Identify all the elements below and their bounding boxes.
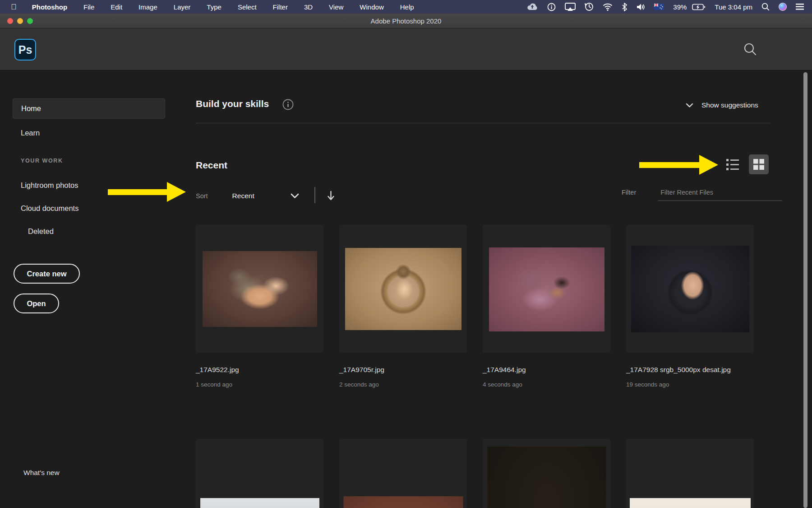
recent-file-cell: _17A9464.jpg 4 seconds ago <box>483 225 610 388</box>
menu-status-area: 39% Tue 3:04 pm <box>526 0 804 14</box>
menu-help[interactable]: Help <box>400 3 414 11</box>
menu-3d[interactable]: 3D <box>304 3 313 11</box>
arrow-head <box>167 182 186 202</box>
recent-file-cell: _17A9522.jpg 1 second ago <box>196 225 323 388</box>
info-circle-status-icon[interactable] <box>547 3 556 11</box>
airplay-display-icon[interactable] <box>565 3 576 11</box>
filter-controls: Filter <box>622 189 782 201</box>
volume-icon[interactable] <box>637 3 645 11</box>
sidebar-item-lightroom-photos[interactable]: Lightroom photos <box>21 181 78 190</box>
list-view-button[interactable] <box>726 158 739 171</box>
window-title: Adobe Photoshop 2020 <box>371 17 442 25</box>
file-timestamp: 1 second ago <box>196 381 323 388</box>
file-timestamp: 4 seconds ago <box>483 381 610 388</box>
file-thumbnail <box>203 251 317 327</box>
bluetooth-icon[interactable] <box>622 3 627 11</box>
show-suggestions-toggle[interactable]: Show suggestions <box>686 101 758 109</box>
file-name: _17A9705r.jpg <box>339 366 467 374</box>
create-new-button[interactable]: Create new <box>14 264 80 284</box>
file-name: _17A7928 srgb_5000px desat.jpg <box>626 366 754 374</box>
arrow-shaft <box>639 162 699 168</box>
view-toggle-group <box>726 154 769 174</box>
minimize-window-button[interactable] <box>17 18 23 24</box>
chevron-down-icon <box>686 103 693 108</box>
menu-photoshop[interactable]: Photoshop <box>32 3 67 11</box>
search-icon[interactable] <box>743 42 757 56</box>
siri-icon[interactable] <box>779 3 787 11</box>
file-thumbnail <box>345 248 461 330</box>
sort-direction-button[interactable] <box>327 191 335 201</box>
open-button[interactable]: Open <box>14 294 59 313</box>
close-window-button[interactable] <box>7 18 13 24</box>
show-suggestions-label: Show suggestions <box>701 101 758 109</box>
arrow-shaft <box>108 189 167 195</box>
sidebar-home-label: Home <box>21 104 41 113</box>
filter-input[interactable] <box>658 189 782 201</box>
time-machine-icon[interactable] <box>585 2 594 11</box>
input-language-flag-icon[interactable] <box>654 4 664 10</box>
file-thumbnail <box>631 246 749 332</box>
recent-file-card[interactable] <box>339 225 467 353</box>
sidebar-item-deleted[interactable]: Deleted <box>28 227 54 236</box>
whats-new-link[interactable]: What's new <box>23 469 60 477</box>
sidebar-item-cloud-documents[interactable]: Cloud documents <box>21 204 78 213</box>
menu-file[interactable]: File <box>83 3 94 11</box>
recent-file-card[interactable] <box>626 225 754 353</box>
menu-layer[interactable]: Layer <box>174 3 191 11</box>
file-name: _17A9464.jpg <box>483 366 610 374</box>
recent-file-card[interactable] <box>483 439 610 508</box>
spotlight-search-icon[interactable] <box>761 3 770 11</box>
recent-file-card[interactable] <box>483 225 610 353</box>
recent-files-grid-row-2 <box>196 439 754 508</box>
menu-edit[interactable]: Edit <box>111 3 122 11</box>
sidebar-item-learn[interactable]: Learn <box>21 129 40 137</box>
recent-file-card[interactable] <box>196 225 323 353</box>
file-thumbnail <box>200 498 319 508</box>
sort-value: Recent <box>232 192 254 200</box>
recent-file-card[interactable] <box>339 439 467 508</box>
menu-view[interactable]: View <box>329 3 343 11</box>
zoom-window-button[interactable] <box>27 18 33 24</box>
menu-clock-label[interactable]: Tue 3:04 pm <box>715 3 752 11</box>
filter-label: Filter <box>622 189 636 196</box>
vertical-scrollbar[interactable] <box>803 72 807 508</box>
sidebar: Home Learn YOUR WORK Lightroom photos Cl… <box>0 70 189 508</box>
file-thumbnail <box>343 496 463 508</box>
notification-center-icon[interactable] <box>796 4 804 10</box>
apple-menu-icon[interactable]:  <box>11 3 17 11</box>
wifi-icon[interactable] <box>603 3 613 11</box>
arrow-head <box>699 155 718 175</box>
battery-percent-label: 39% <box>673 3 687 11</box>
info-icon[interactable] <box>282 99 294 110</box>
photoshop-logo: Ps <box>14 39 36 61</box>
file-timestamp: 2 seconds ago <box>339 381 467 388</box>
menu-items: Photoshop File Edit Image Layer Type Sel… <box>32 3 414 11</box>
file-thumbnail <box>630 498 751 508</box>
creative-cloud-icon[interactable] <box>526 3 538 11</box>
section-divider <box>196 123 770 123</box>
window-controls <box>7 14 33 28</box>
file-timestamp: 19 seconds ago <box>626 381 754 388</box>
file-thumbnail <box>487 447 606 508</box>
file-name: _17A9522.jpg <box>196 366 323 374</box>
sort-dropdown[interactable]: Recent <box>232 192 299 200</box>
menu-filter[interactable]: Filter <box>273 3 288 11</box>
sidebar-item-home[interactable]: Home <box>13 98 165 119</box>
grid-view-button-active[interactable] <box>749 154 769 174</box>
annotation-arrow-sort <box>108 182 186 202</box>
main-content: Build your skills Show suggestions Recen… <box>189 70 812 508</box>
vertical-divider <box>314 187 315 203</box>
build-skills-title: Build your skills <box>196 98 269 109</box>
battery-charging-icon <box>692 4 706 10</box>
recent-file-card[interactable] <box>626 439 754 508</box>
macos-menu-bar:  Photoshop File Edit Image Layer Type S… <box>0 0 812 14</box>
menu-select[interactable]: Select <box>238 3 257 11</box>
recent-file-card[interactable] <box>196 439 323 508</box>
recent-file-cell: _17A7928 srgb_5000px desat.jpg 19 second… <box>626 225 754 388</box>
menu-window[interactable]: Window <box>360 3 383 11</box>
sort-label: Sort <box>196 192 208 200</box>
recent-file-cell: _17A9705r.jpg 2 seconds ago <box>339 225 467 388</box>
recent-section-title: Recent <box>196 160 227 171</box>
menu-type[interactable]: Type <box>207 3 221 11</box>
menu-image[interactable]: Image <box>138 3 157 11</box>
